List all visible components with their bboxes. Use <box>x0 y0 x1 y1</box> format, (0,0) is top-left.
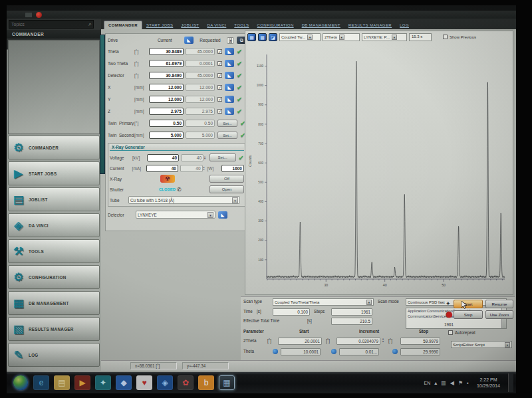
drive-requested-field[interactable]: 0.0001 <box>186 60 215 67</box>
search-input[interactable] <box>9 22 88 27</box>
tab-item[interactable]: JOBLIST <box>177 21 203 29</box>
sidebar-item[interactable]: ▦ DB MANAGEMENT <box>8 291 100 315</box>
chart-tool-icon[interactable]: ▦ <box>247 33 256 41</box>
drive-move-icon[interactable]: ◣ <box>225 108 234 115</box>
tab-item[interactable]: START JOBS <box>142 21 177 29</box>
xrd-plot[interactable]: 1002003004005006007008009001000110030405… <box>245 43 510 292</box>
drive-checkbox[interactable]: ✓ <box>217 85 222 90</box>
taskbar-app-icon[interactable]: ♥ <box>136 375 152 390</box>
drive-requested-field[interactable]: 12.000 <box>186 84 215 91</box>
shutter-open-button[interactable]: Open <box>209 185 244 193</box>
twotheta-increment-field[interactable]: 0.0204079 <box>336 338 380 345</box>
tray-icon[interactable]: ▴ <box>434 380 437 386</box>
drive-move-icon[interactable]: ◣ <box>225 84 234 91</box>
chart-tool-icon[interactable]: ▩ <box>258 33 267 41</box>
tab-item[interactable]: LOG <box>396 21 413 29</box>
start-button[interactable]: Start <box>454 300 483 308</box>
tab-item[interactable]: RESULTS MANAGER <box>344 21 396 29</box>
current-requested-field[interactable]: 40 <box>180 165 203 172</box>
window-control-icon[interactable] <box>25 13 32 17</box>
taskbar-app-icon[interactable]: ▦ <box>219 375 235 390</box>
drive-move-icon[interactable]: ◣ <box>225 60 234 67</box>
tray-icon[interactable]: ◀ <box>450 380 454 386</box>
scan-type-select[interactable]: Coupled TwoTheta/Theta▾ <box>273 298 374 306</box>
drive-checkbox[interactable]: ✓ <box>217 109 222 114</box>
tray-icon[interactable]: ▪ <box>467 380 469 386</box>
scan-type-select[interactable]: Coupled Tw...▾ <box>279 33 321 41</box>
drive-checkbox[interactable]: ✓ <box>217 49 222 54</box>
sidebar-item[interactable]: ▶ START JOBS <box>8 161 100 185</box>
drive-move-icon[interactable]: ◣ <box>225 72 234 79</box>
taskbar-clock[interactable]: 2:22 PM 10/29/2014 <box>473 377 504 389</box>
use-zoom-button[interactable]: Use Zoom <box>485 310 513 319</box>
twotheta-start-field[interactable]: 20.0001 <box>278 338 322 345</box>
taskbar-app-icon[interactable]: ▶ <box>74 375 90 390</box>
panel-side-tab[interactable] <box>100 35 105 174</box>
increment-spinner[interactable]: ▴▾ <box>382 338 384 342</box>
voltage-requested-field[interactable]: 40 <box>181 154 203 161</box>
xray-off-button[interactable]: Off <box>209 175 244 183</box>
chevron-down-icon[interactable]: ▾ <box>207 212 213 218</box>
drive-current-field[interactable]: 0.50 <box>149 120 184 127</box>
show-desktop-button[interactable] <box>508 373 513 392</box>
axis-select[interactable]: 2Theta▾ <box>323 33 360 41</box>
drive-requested-field[interactable]: 0.50 <box>186 120 215 127</box>
link-icon[interactable] <box>392 349 398 354</box>
detector-mode-select[interactable]: LYNXEYE: P...▾ <box>362 33 407 41</box>
steps-field[interactable]: 1961 <box>331 308 372 316</box>
set-button[interactable]: Set... <box>217 120 237 127</box>
windows-start-button[interactable] <box>13 375 28 390</box>
voltage-spinner[interactable]: ▴▾ <box>204 155 205 160</box>
drive-move-all-icon[interactable]: ◣ <box>184 37 194 44</box>
link-icon[interactable] <box>273 349 278 354</box>
drive-move-icon[interactable]: ◣ <box>225 48 234 55</box>
detector-move-icon[interactable]: ◣ <box>218 211 227 219</box>
taskbar-app-icon[interactable]: ◆ <box>116 375 132 390</box>
taskbar-app-icon[interactable]: ◈ <box>157 375 173 390</box>
chevron-down-icon[interactable]: ▾ <box>232 197 238 203</box>
tab-item[interactable]: COMMANDER <box>104 21 142 29</box>
taskbar-app-icon[interactable]: b <box>198 375 214 390</box>
taskbar-app-icon[interactable]: e <box>33 375 49 390</box>
drive-current-field[interactable]: 2.975 <box>149 108 184 115</box>
drive-checkbox[interactable]: ✓ <box>217 73 222 78</box>
tab-item[interactable]: TOOLS <box>230 21 253 29</box>
header-dropdown-icon[interactable]: ▾ <box>227 37 234 44</box>
drive-checkbox[interactable]: ✓ <box>217 61 222 66</box>
voltage-current-field[interactable]: 40 <box>147 154 179 161</box>
sidebar-item[interactable]: ⚙ COMMANDER <box>8 136 100 159</box>
time-field[interactable]: 0.100 <box>273 308 310 316</box>
sidebar-item[interactable]: ▤ JOBLIST <box>8 187 100 211</box>
drive-requested-field[interactable]: 5.000 <box>186 132 215 139</box>
taskbar-app-icon[interactable]: ▤ <box>54 375 70 390</box>
sidebar-item[interactable]: ⚒ TOOLS <box>8 239 100 263</box>
drive-current-field[interactable]: 30.8490 <box>149 72 184 79</box>
sidebar-item[interactable]: ▧ RESULTS MANAGER <box>8 317 100 341</box>
drive-checkbox[interactable]: ✓ <box>217 97 222 102</box>
script-editor-select[interactable]: ScriptEditor Script▾ <box>451 341 512 348</box>
drive-current-field[interactable]: 30.8489 <box>149 48 184 55</box>
drive-requested-field[interactable]: 12.000 <box>186 96 215 103</box>
show-previous-checkbox[interactable] <box>443 35 448 39</box>
taskbar-app-icon[interactable]: ✿ <box>178 375 194 390</box>
tube-select[interactable]: Cu tube with 1.5418 (Å) ▾ <box>128 196 240 204</box>
sidebar-item[interactable]: ✎ LOG <box>8 343 100 367</box>
stop-button[interactable]: Stop <box>454 310 483 319</box>
drive-move-icon[interactable]: ◣ <box>225 96 234 103</box>
tab-item[interactable]: CONFIGURATION <box>253 21 298 29</box>
taskbar-app-icon[interactable]: ✦ <box>95 375 111 390</box>
generator-set-button[interactable]: Set... <box>209 153 236 161</box>
resume-button[interactable]: Resume <box>485 300 513 308</box>
current-spinner[interactable]: ▴▾ <box>203 166 205 171</box>
link-icon[interactable] <box>331 349 336 354</box>
tab-item[interactable]: DA VINCI <box>203 21 230 29</box>
detector-select[interactable]: LYNXEYE ▾ <box>136 211 215 219</box>
drive-current-field[interactable]: 61.6979 <box>149 60 184 67</box>
sidebar-tree-panel[interactable] <box>8 40 100 134</box>
drive-current-field[interactable]: 12.000 <box>149 96 184 103</box>
search-icon[interactable]: ⌕ <box>88 21 93 27</box>
drive-requested-field[interactable]: 2.975 <box>186 108 215 115</box>
twotheta-stop-field[interactable]: 59.9979 <box>400 338 440 345</box>
drive-requested-field[interactable]: 45.0000 <box>186 48 215 55</box>
tab-item[interactable]: DB MANAGEMENT <box>298 21 344 29</box>
